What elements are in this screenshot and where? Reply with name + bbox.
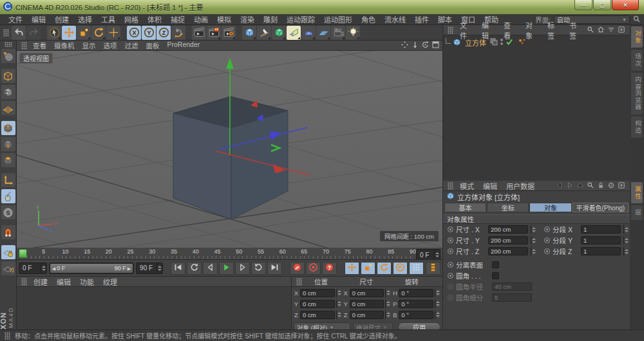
attribute-tab-属性[interactable]: 属性 [631, 182, 643, 203]
menu-item-模拟[interactable]: 模拟 [213, 14, 236, 24]
size-input[interactable]: 200 cm [488, 247, 528, 255]
viewport-solo-button[interactable] [1, 189, 15, 203]
checkbox[interactable] [492, 261, 499, 268]
coord-system-button[interactable] [171, 26, 185, 40]
zoom-view-icon[interactable] [411, 41, 419, 50]
rotation-input[interactable]: 0 ° [399, 300, 433, 308]
pan-view-icon[interactable] [401, 41, 409, 50]
menu-item-编辑[interactable]: 编辑 [27, 14, 50, 24]
status-drag-handle[interactable] [5, 332, 10, 340]
object-menu-item-标签[interactable]: 标签 [543, 20, 565, 41]
keyframe-circle[interactable] [448, 248, 453, 254]
viewport-menu-item-显示[interactable]: 显示 [79, 41, 100, 50]
forward-icon[interactable] [566, 181, 574, 190]
spinner-arrows[interactable] [623, 247, 629, 255]
spinner-arrows[interactable] [385, 311, 391, 319]
filter-icon[interactable] [607, 26, 615, 35]
make-editable-button[interactable] [1, 49, 15, 63]
tab-坐标[interactable]: 坐标 [487, 203, 529, 212]
palette-drag-handle[interactable] [5, 42, 12, 47]
menu-item-角色[interactable]: 角色 [357, 14, 380, 24]
lock-y-button[interactable]: Y [142, 26, 156, 40]
spinner-arrows[interactable] [385, 300, 391, 308]
timeline-ruler[interactable]: 051015202530354045505560657075808590 0 F [17, 248, 442, 260]
undo-button[interactable] [12, 26, 26, 40]
loop-forward-button[interactable] [251, 262, 266, 275]
menu-item-运动图形[interactable]: 运动图形 [319, 14, 357, 24]
lock-icon[interactable] [597, 181, 605, 190]
size-input[interactable]: 0 cm [350, 300, 384, 308]
object-manager-handle[interactable] [448, 26, 453, 34]
autokey-button[interactable] [306, 262, 321, 275]
viewport-menu-item-选项[interactable]: 选项 [100, 41, 121, 50]
viewport-menu-item-ProRender[interactable]: ProRender [164, 41, 204, 50]
material-menu-handle[interactable] [21, 278, 27, 286]
manager-tab-内容浏览器[interactable]: 内容浏览器 [631, 73, 643, 115]
spinner-arrows[interactable] [336, 311, 342, 319]
segments-input[interactable]: 1 [581, 225, 621, 234]
rotate-view-icon[interactable] [421, 41, 430, 50]
current-frame-spinner[interactable]: 0 F [416, 249, 440, 261]
menu-item-体积[interactable]: 体积 [143, 14, 166, 24]
loop-back-button[interactable] [187, 262, 202, 275]
spinner-arrows[interactable] [531, 236, 536, 244]
menu-item-文件[interactable]: 文件 [4, 14, 27, 24]
back-icon[interactable] [556, 181, 564, 190]
spinner-arrows[interactable] [435, 311, 440, 319]
key-scale-button[interactable] [361, 262, 375, 275]
spinner-arrows[interactable] [531, 247, 536, 255]
menu-item-脚本[interactable]: 脚本 [433, 14, 457, 24]
tab-对象[interactable]: 对象 [529, 203, 571, 212]
menu-item-选择[interactable]: 选择 [73, 14, 97, 24]
viewport-menu-handle[interactable] [21, 42, 27, 50]
menu-item-插件[interactable]: 插件 [410, 14, 433, 24]
up-icon[interactable] [576, 181, 584, 190]
menu-item-动画[interactable]: 动画 [189, 14, 213, 24]
generator-button[interactable] [287, 26, 301, 40]
search-icon[interactable] [633, 15, 640, 24]
size-input[interactable]: 200 cm [488, 225, 528, 234]
frame-start-spinner[interactable]: 0 F [19, 263, 47, 274]
keyframe-circle[interactable] [448, 237, 453, 243]
object-properties-section[interactable]: 对象属性 [443, 214, 630, 224]
skip-end-button[interactable] [267, 262, 282, 275]
size-input[interactable]: 200 cm [488, 236, 528, 244]
position-input[interactable]: 0 cm [300, 311, 335, 319]
magnet-button[interactable] [1, 225, 15, 239]
viewport-menu-item-摄像机[interactable]: 摄像机 [50, 41, 79, 50]
material-menu-item-功能[interactable]: 功能 [75, 277, 99, 287]
position-input[interactable]: 0 cm [300, 289, 335, 297]
deformer-button[interactable] [301, 26, 316, 40]
render-settings-button[interactable] [222, 26, 236, 40]
frame-range-slider[interactable]: ◀ 0 F 90 F ▶ [49, 263, 134, 274]
menu-item-创建[interactable]: 创建 [50, 14, 73, 24]
spinner-arrows[interactable] [435, 289, 440, 297]
viewport-menu-item-面板[interactable]: 面板 [142, 41, 164, 50]
lock-z-button[interactable]: Z [156, 26, 171, 40]
attribute-tab-层[interactable]: 层 [631, 205, 643, 220]
phong-tag-icon[interactable] [518, 38, 527, 47]
object-name[interactable]: 立方体 [463, 37, 488, 48]
gear-icon[interactable] [607, 181, 615, 190]
tab-平滑着色(Phong)[interactable]: 平滑着色(Phong) [573, 203, 629, 212]
material-menu-item-编辑[interactable]: 编辑 [52, 277, 75, 287]
enabled-check-icon[interactable] [506, 38, 513, 47]
menu-item-运动跟踪[interactable]: 运动跟踪 [282, 14, 319, 24]
workplane-snap-button[interactable] [1, 261, 15, 275]
visibility-dots-icon[interactable] [500, 38, 504, 47]
prev-frame-button[interactable] [203, 262, 218, 275]
lock-x-button[interactable]: X [127, 26, 141, 40]
material-menu-item-纹理[interactable]: 纹理 [99, 277, 122, 287]
scale-tool-button[interactable] [77, 26, 91, 40]
rotation-input[interactable]: 0 ° [399, 289, 433, 297]
object-menu-item-查看[interactable]: 查看 [499, 20, 521, 41]
rotation-input[interactable]: 0 ° [399, 311, 433, 319]
spinner-arrows[interactable] [41, 263, 46, 273]
keyframe-circle[interactable] [544, 248, 550, 254]
attribute-menu-item-编辑[interactable]: 编辑 [478, 181, 502, 191]
spline-pen-button[interactable] [257, 26, 271, 40]
polygons-mode-button[interactable] [1, 153, 15, 167]
spinner-arrows[interactable] [435, 300, 440, 308]
manager-tab-对象[interactable]: 对象 [631, 26, 643, 48]
object-menu-item-书签[interactable]: 书签 [565, 20, 587, 41]
